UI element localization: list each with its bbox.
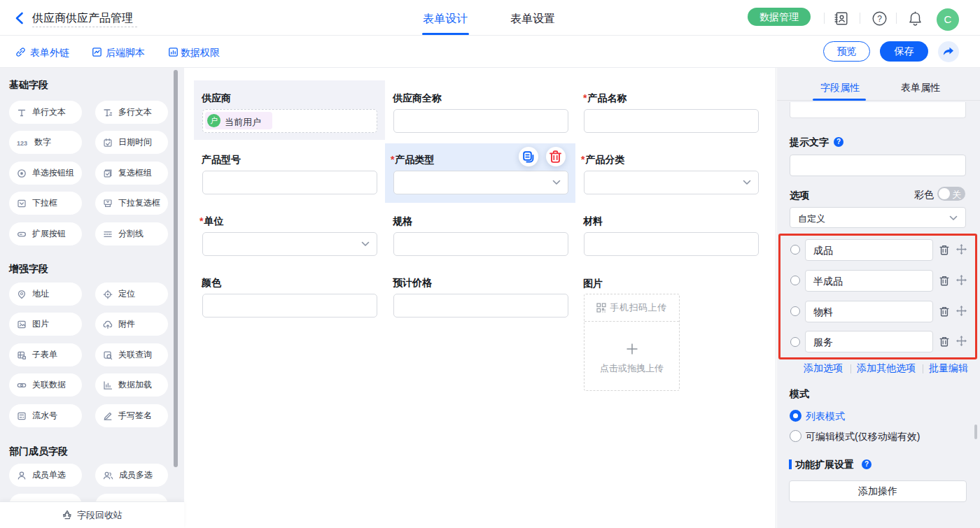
svg-text:123: 123 <box>17 140 27 147</box>
svg-text:?: ? <box>877 14 882 24</box>
